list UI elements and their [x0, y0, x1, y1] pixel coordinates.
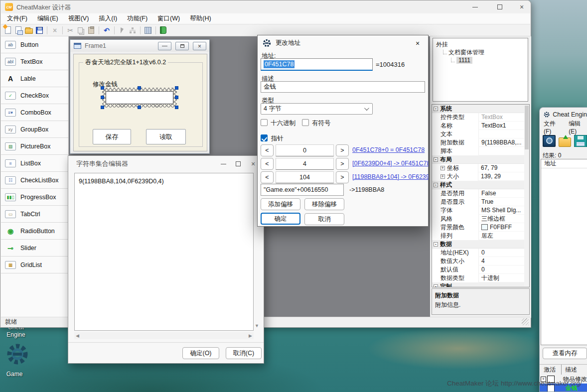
- menu-file[interactable]: 文件(F): [2, 13, 32, 24]
- tree-node-1111[interactable]: 1111: [436, 56, 528, 64]
- property-row[interactable]: 风格 三维边框: [432, 215, 529, 223]
- offset-increase-button[interactable]: >: [336, 144, 349, 156]
- property-value[interactable]: F0FBFF: [478, 223, 529, 232]
- scroll-right-icon[interactable]: ▶: [249, 333, 252, 338]
- property-value[interactable]: True: [478, 198, 529, 206]
- toolbox-item[interactable]: ⊸ Slider: [1, 240, 68, 257]
- expand-collapse-icon[interactable]: -: [434, 157, 438, 162]
- expand-collapse-icon[interactable]: -: [434, 183, 438, 187]
- hierarchy-icon[interactable]: [130, 27, 136, 33]
- scan-results-list[interactable]: 地址: [541, 159, 587, 345]
- toolbox-item[interactable]: ab Button: [1, 36, 68, 53]
- property-row[interactable]: 默认值 0: [432, 265, 529, 274]
- toolbox-item[interactable]: ◉ RadioButton: [1, 223, 68, 240]
- menu-function[interactable]: 功能(F): [122, 13, 152, 24]
- selection-handle[interactable]: [101, 106, 104, 109]
- property-value[interactable]: MS Shell Dlg...: [478, 206, 529, 215]
- frame1-minimize-button[interactable]: [158, 42, 171, 50]
- paste-icon[interactable]: [88, 27, 94, 34]
- selection-handle[interactable]: [101, 86, 104, 90]
- menu-view[interactable]: 视图(V): [63, 13, 94, 24]
- ok-button[interactable]: 确定: [261, 213, 300, 225]
- toolbox-item[interactable]: xy GroupBox: [1, 121, 68, 138]
- expand-collapse-icon[interactable]: -: [434, 284, 438, 288]
- cancel-button[interactable]: 取消(C): [226, 347, 262, 359]
- close-button[interactable]: ×: [411, 38, 424, 49]
- save-button-control[interactable]: 保存: [93, 129, 131, 144]
- property-value[interactable]: 三维边框: [478, 215, 529, 223]
- property-row[interactable]: 附加数据 9(1198BBA8,...: [432, 138, 529, 147]
- property-row[interactable]: - 样式: [432, 181, 529, 189]
- property-value[interactable]: 9(1198BBA8,...: [478, 138, 529, 147]
- offset-input[interactable]: 104: [276, 171, 334, 183]
- horizontal-scrollbar[interactable]: ◀ ▶: [74, 332, 254, 339]
- toolbox-item[interactable]: ✓ CheckBox: [1, 87, 68, 104]
- offset-decrease-button[interactable]: <: [261, 144, 274, 156]
- property-value[interactable]: TextBox1: [478, 122, 529, 130]
- selection-handle[interactable]: [175, 106, 178, 109]
- select-process-icon[interactable]: [543, 135, 556, 147]
- menu-help[interactable]: 帮助(H): [185, 13, 216, 24]
- offset-decrease-button[interactable]: <: [261, 158, 274, 170]
- dialog-title-bar[interactable]: 更改地址: [258, 35, 428, 50]
- maximize-button[interactable]: [231, 156, 246, 172]
- toolbox-item[interactable]: ▨ PictureBox: [1, 138, 68, 155]
- property-row[interactable]: 字体 MS Shell Dlg...: [432, 206, 529, 215]
- property-value[interactable]: 67, 79: [478, 164, 529, 172]
- property-value[interactable]: TextBox: [478, 113, 529, 122]
- form-design-surface[interactable]: 吞食天地2完全版1+1改v6.0.2 修改金钱 保存 读取: [73, 54, 207, 151]
- cut-icon[interactable]: ✂: [66, 26, 75, 35]
- offset-decrease-button[interactable]: <: [261, 171, 274, 183]
- selected-textbox-control[interactable]: [102, 88, 177, 108]
- active-column-header[interactable]: 激活: [540, 365, 562, 375]
- menu-insert[interactable]: 插入(I): [94, 13, 122, 24]
- property-value[interactable]: 4: [478, 257, 529, 265]
- address-input[interactable]: 0F451C78: [261, 58, 373, 71]
- property-row[interactable]: - 布局: [432, 155, 529, 164]
- string-collection-textarea[interactable]: 9(1198BBA8,104,0F6239D0,4): [74, 173, 254, 331]
- toolbox-item[interactable]: ▭ TabCtrl: [1, 206, 68, 223]
- property-value[interactable]: False: [478, 189, 529, 198]
- frame1-restore-button[interactable]: [175, 42, 189, 50]
- property-row[interactable]: + 坐标 67, 79: [432, 164, 529, 172]
- close-button[interactable]: ×: [512, 0, 532, 13]
- property-value[interactable]: 139, 29: [478, 172, 529, 181]
- property-row[interactable]: 地址(HEX) 0: [432, 249, 529, 257]
- property-row[interactable]: - 定制: [432, 282, 529, 287]
- offset-increase-button[interactable]: >: [336, 158, 349, 170]
- property-row[interactable]: - 系统: [432, 105, 529, 113]
- minimize-button[interactable]: [465, 0, 485, 13]
- add-offset-button[interactable]: 添加偏移: [261, 198, 300, 210]
- remove-offset-button[interactable]: 移除偏移: [304, 198, 344, 210]
- book-icon[interactable]: [160, 26, 166, 34]
- expand-collapse-icon[interactable]: -: [434, 107, 438, 111]
- toolbox-item[interactable]: abl TextBox: [1, 53, 68, 70]
- base-address-input[interactable]: "Game.exe"+00616550: [261, 184, 344, 196]
- offset-increase-button[interactable]: >: [336, 171, 349, 183]
- grid-align-icon[interactable]: [145, 27, 151, 34]
- menu-window[interactable]: 窗口(W): [152, 13, 185, 24]
- delete-icon[interactable]: ×: [50, 26, 59, 35]
- property-value[interactable]: 十进制: [478, 274, 529, 282]
- offset-input[interactable]: 4: [276, 158, 334, 170]
- property-row[interactable]: 是否禁用 False: [432, 189, 529, 198]
- select-cursor-icon[interactable]: [121, 27, 124, 33]
- pointer-resolve-link[interactable]: [0F6239D0+4] -> 0F451C78: [352, 160, 429, 167]
- menu-file[interactable]: 文件(F): [544, 120, 562, 135]
- address-column-header[interactable]: 地址: [541, 159, 587, 168]
- property-row[interactable]: 名称 TextBox1: [432, 122, 529, 130]
- game-gear-icon[interactable]: [6, 341, 29, 369]
- minimize-button[interactable]: [216, 156, 231, 172]
- main-title-bar[interactable]: CM CheatMaker 设计器 ×: [0, 0, 531, 13]
- menu-edit[interactable]: 编辑(E): [32, 13, 63, 24]
- toolbox-item[interactable]: ≡▾ ComboBox: [1, 104, 68, 121]
- read-button-control[interactable]: 读取: [146, 129, 186, 144]
- description-input[interactable]: 金钱: [261, 81, 425, 93]
- open-table-icon[interactable]: [559, 137, 572, 147]
- property-value[interactable]: [478, 147, 529, 155]
- type-select[interactable]: 4 字节: [261, 103, 373, 115]
- property-value[interactable]: 0: [478, 265, 529, 274]
- selection-handle[interactable]: [138, 86, 141, 90]
- toolbox-item[interactable]: ▮▮▯ ProgressBox: [1, 189, 68, 206]
- property-row[interactable]: - 数据: [432, 240, 529, 249]
